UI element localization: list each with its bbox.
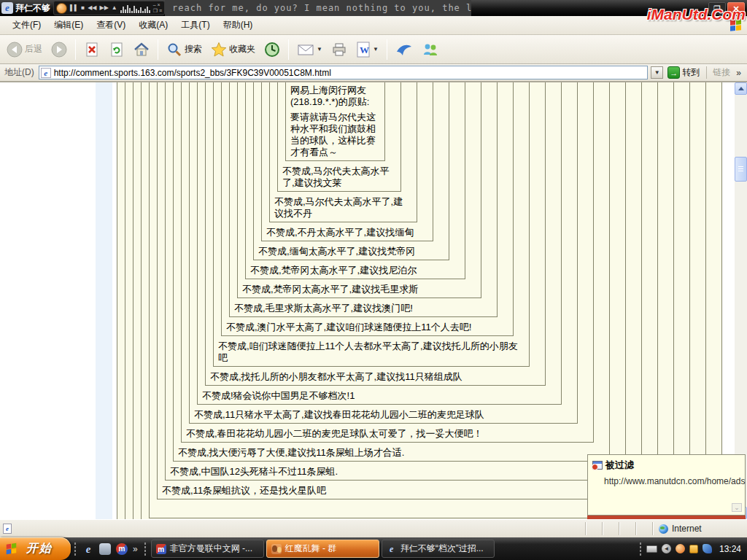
taskbar-separator (639, 542, 642, 556)
player-stop-button[interactable]: ■ (81, 1, 85, 15)
comment-text: 不赞成,11条屎蛆抗议，还是找火星队吧 (162, 485, 637, 497)
word-icon: W (356, 42, 371, 58)
menu-tools[interactable]: 工具(T) (174, 16, 216, 34)
player-mini-buttons[interactable]: – × ❐ ≡ (153, 2, 162, 14)
links-label[interactable]: 链接 (706, 66, 733, 79)
page-blue-strip (96, 82, 112, 519)
qq-group-icon (271, 544, 282, 554)
mini-music-player[interactable]: ▌▌ ■ ◀◀ ▶▶ ▲ – × ❐ ≡ (53, 1, 165, 15)
search-button[interactable]: 搜索 (163, 39, 206, 60)
go-button[interactable]: → 转到 (666, 66, 703, 79)
comment-text: 不赞成,找托儿所的小朋友都水平太高了,建议找11只猪组成队 (210, 371, 541, 383)
player-duck-icon (56, 3, 67, 14)
popup-blocked-url[interactable]: http://www.manutdcn.com/home/ads (588, 473, 745, 486)
task-button-qq-group[interactable]: 红魔乱舞 - 群 (266, 540, 379, 558)
go-arrow-icon: → (667, 66, 680, 79)
comment-text: 不赞成,中国队12头死猪斗不过11条屎蛆. (170, 466, 621, 478)
comment-text: 不赞成,不丹太高水平了,建议找缅甸 (266, 227, 428, 238)
player-eject-button[interactable]: ▲ (112, 1, 117, 15)
comment-box: 网易上海闵行网友 (218.19.*.*)的原贴:要请就请马尔代夫这种水平和我们… (181, 82, 594, 443)
thunder-bird-icon (395, 42, 413, 58)
comment-text: 不赞成,马尔代夫太高水平了,建议找不丹 (274, 196, 412, 219)
comment-text: 不赞成,11只猪水平太高了,建议找春田花花幼儿园小二班的麦兜足球队 (194, 409, 573, 421)
links-overflow-chevron[interactable]: » (736, 68, 744, 78)
start-button[interactable]: 开始 (0, 537, 71, 560)
comment-text: 不赞成,毛里求斯太高水平了,建议找澳门吧! (234, 303, 492, 314)
menu-favorites[interactable]: 收藏(A) (132, 16, 174, 34)
status-message-pane: e (0, 524, 585, 534)
comment-box: 网易上海闵行网友 (218.19.*.*)的原贴:要请就请马尔代夫这种水平和我们… (261, 82, 433, 241)
status-pane (602, 522, 619, 535)
comment-box: 网易上海闵行网友 (218.19.*.*)的原贴:要请就请马尔代夫这种水平和我们… (237, 82, 481, 298)
popup-footer-bar (587, 516, 746, 519)
tray-qq-icon[interactable] (676, 544, 685, 553)
scroll-up-button[interactable] (735, 82, 747, 95)
comment-text: 不赞成,找大便污辱了大便,建议找11条屎蛆上场才合适. (178, 447, 605, 459)
comment-box: 网易上海闵行网友 (218.19.*.*)的原贴:要请就请马尔代夫这种水平和我们… (229, 82, 498, 317)
forward-icon (51, 42, 67, 58)
original-post-header: 网易上海闵行网友 (218.19.*.*)的原贴: (290, 85, 380, 108)
player-next-button[interactable]: ▶▶ (100, 1, 109, 15)
running-tasks: m 非官方曼联中文网 -... 红魔乱舞 - 群 e 拜仁不够“档次”过招... (150, 540, 495, 558)
tray-keyboard-icon[interactable] (646, 545, 657, 553)
player-prev-button[interactable]: ◀◀ (88, 1, 96, 15)
quicklaunch-manutd-icon[interactable]: m (116, 543, 128, 555)
forward-button[interactable] (47, 39, 71, 60)
tray-back-circle-icon[interactable]: ◄ (662, 544, 671, 553)
task-button-manutd-site[interactable]: m 非官方曼联中文网 -... (151, 540, 264, 558)
print-button[interactable] (328, 39, 351, 60)
system-tray: ◄ 13:24 (645, 544, 747, 554)
mail-button[interactable]: ▼ (293, 39, 326, 60)
address-dropdown-button[interactable]: ▼ (651, 66, 663, 79)
comment-text: 不赞成,澳门水平太高了,建议咱们球迷随便拉上11个人去吧! (226, 322, 508, 333)
back-icon (7, 42, 23, 58)
status-bar: e Internet (0, 519, 747, 537)
player-spectrum-bars (120, 4, 150, 13)
menu-help[interactable]: 帮助(H) (217, 16, 260, 34)
address-input[interactable]: e http://comment.sports.163.com/sports2_… (39, 66, 649, 79)
taskbar-separator (144, 542, 147, 556)
mail-icon (297, 42, 314, 58)
popup-expand-chevron[interactable]: ⌄ (732, 503, 742, 512)
player-pause-button[interactable]: ▌▌ (70, 1, 78, 15)
refresh-button[interactable] (105, 39, 128, 60)
edit-with-word-button[interactable]: W ▼ (352, 39, 382, 60)
comment-box: 网易上海闵行网友 (218.19.*.*)的原贴:要请就请马尔代夫这种水平和我们… (269, 82, 417, 222)
address-url-text[interactable]: http://comment.sports.163.com/sports2_bb… (54, 68, 331, 78)
task-button-ie-window[interactable]: e 拜仁不够“档次”过招... (382, 540, 495, 558)
page-favicon: e (41, 68, 51, 78)
home-button[interactable] (130, 39, 153, 60)
tray-lock-icon[interactable] (689, 545, 698, 553)
tray-messenger-icon[interactable] (703, 544, 712, 553)
scrollbar-thumb[interactable] (735, 157, 747, 182)
player-lyrics-text: reach for me, do you? I mean nothing to … (165, 0, 471, 16)
back-button[interactable]: 后退 (3, 39, 46, 60)
address-label: 地址(D) (3, 66, 36, 79)
comment-text: 不赞成,春田花花幼儿园小二班的麦兜足球队太可爱了，找一妥大便吧！ (186, 428, 589, 440)
standard-toolbar: 后退 搜索 收藏夹 ▼ W ▼ (0, 35, 747, 64)
popup-blocked-notification[interactable]: 被过滤 http://www.manutdcn.com/home/ads ⌄ (587, 454, 746, 516)
menu-file[interactable]: 文件(F) (6, 16, 47, 34)
toolbar-separator (288, 39, 289, 60)
comment-box: 网易上海闵行网友 (218.19.*.*)的原贴:要请就请马尔代夫这种水平和我们… (253, 82, 449, 260)
menu-edit[interactable]: 编辑(E) (47, 16, 90, 34)
favorites-button[interactable]: 收藏夹 (207, 39, 259, 60)
start-label: 开始 (26, 541, 53, 556)
window-titlebar[interactable]: e 拜仁不够 ▌▌ ■ ◀◀ ▶▶ ▲ – × ❐ ≡ reach for me… (0, 0, 747, 16)
menu-view[interactable]: 查看(V) (90, 16, 132, 34)
mail-dropdown-caret[interactable]: ▼ (317, 46, 322, 52)
messenger-button[interactable] (418, 39, 443, 60)
ie-task-icon: e (387, 544, 397, 554)
comment-box: 网易上海闵行网友 (218.19.*.*)的原贴:要请就请马尔代夫这种水平和我们… (197, 82, 562, 405)
word-dropdown-caret[interactable]: ▼ (373, 46, 379, 52)
blocked-popup-icon (592, 461, 603, 470)
comment-box: 网易上海闵行网友 (218.19.*.*)的原贴:要请就请马尔代夫这种水平和我们… (213, 82, 530, 367)
thunder-download-button[interactable] (392, 39, 417, 60)
quicklaunch-ie-icon[interactable]: e (82, 543, 94, 555)
quicklaunch-app-icon[interactable] (99, 543, 111, 555)
history-button[interactable] (260, 39, 284, 60)
stop-button[interactable] (80, 39, 104, 60)
quicklaunch-overflow-chevron[interactable]: » (133, 544, 138, 554)
status-pane (635, 522, 652, 535)
imanutd-watermark: iManUtd.Com (647, 6, 746, 23)
